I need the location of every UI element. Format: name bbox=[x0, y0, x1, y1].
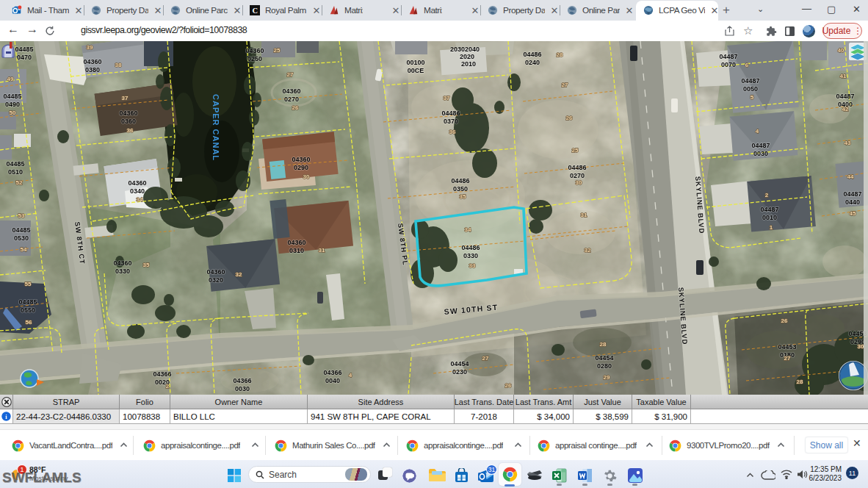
svg-text:5: 5 bbox=[751, 94, 754, 101]
svg-text:28: 28 bbox=[557, 51, 563, 58]
svg-text:044850490: 044850490 bbox=[3, 93, 21, 108]
svg-text:4: 4 bbox=[349, 372, 352, 378]
svg-text:30: 30 bbox=[303, 173, 310, 180]
svg-text:044870010: 044870010 bbox=[760, 206, 778, 221]
svg-text:044860370: 044860370 bbox=[441, 110, 460, 125]
svg-text:37: 37 bbox=[444, 95, 450, 101]
svg-text:043600330: 043600330 bbox=[113, 259, 131, 275]
svg-text:044870030: 044870030 bbox=[751, 142, 770, 157]
svg-text:043600310: 043600310 bbox=[287, 239, 305, 254]
svg-text:36: 36 bbox=[449, 129, 456, 135]
svg-text:044860240: 044860240 bbox=[523, 51, 541, 66]
svg-text:55: 55 bbox=[25, 281, 32, 287]
svg-text:36: 36 bbox=[127, 127, 134, 134]
svg-text:26: 26 bbox=[781, 317, 788, 324]
svg-text:044850470: 044850470 bbox=[15, 46, 33, 61]
svg-text:42: 42 bbox=[842, 106, 849, 112]
svg-text:40: 40 bbox=[838, 47, 845, 54]
svg-text:044860330: 044860330 bbox=[461, 244, 480, 259]
svg-text:043600290: 043600290 bbox=[292, 156, 310, 171]
svg-text:50: 50 bbox=[10, 110, 16, 116]
svg-text:044850530: 044850530 bbox=[12, 226, 30, 242]
svg-text:043660030: 043660030 bbox=[233, 377, 251, 392]
svg-text:32: 32 bbox=[236, 271, 242, 278]
svg-text:41: 41 bbox=[840, 73, 847, 79]
svg-text:53: 53 bbox=[18, 212, 25, 219]
svg-text:38: 38 bbox=[115, 62, 122, 68]
svg-text:32: 32 bbox=[585, 247, 591, 254]
svg-text:30: 30 bbox=[576, 179, 582, 186]
svg-text:26: 26 bbox=[566, 115, 573, 121]
svg-text:28: 28 bbox=[797, 378, 803, 385]
svg-text:34: 34 bbox=[137, 196, 143, 203]
svg-text:043600340: 043600340 bbox=[128, 179, 146, 195]
svg-text:044540280: 044540280 bbox=[595, 354, 613, 370]
svg-text:044850550: 044850550 bbox=[18, 298, 37, 314]
svg-text:044870070: 044870070 bbox=[719, 53, 737, 68]
svg-text:45: 45 bbox=[850, 210, 856, 217]
svg-text:044860270: 044860270 bbox=[568, 164, 586, 179]
svg-text:35: 35 bbox=[460, 193, 466, 200]
svg-text:2: 2 bbox=[166, 383, 170, 390]
svg-text:0010000CE: 0010000CE bbox=[406, 59, 424, 74]
svg-text:043600320: 043600320 bbox=[206, 268, 225, 284]
svg-text:043600270: 043600270 bbox=[282, 87, 300, 103]
svg-text:35: 35 bbox=[143, 262, 150, 268]
svg-text:49: 49 bbox=[7, 76, 14, 82]
svg-text:39: 39 bbox=[87, 44, 93, 51]
svg-text:27: 27 bbox=[482, 355, 489, 362]
svg-text:44: 44 bbox=[847, 173, 854, 180]
svg-text:26: 26 bbox=[505, 382, 512, 389]
svg-text:044870440: 044870440 bbox=[843, 190, 861, 206]
svg-text:CAPER CANAL: CAPER CANAL bbox=[211, 94, 220, 161]
svg-text:C: C bbox=[252, 7, 257, 15]
svg-text:34: 34 bbox=[465, 226, 471, 233]
svg-text:28: 28 bbox=[600, 341, 607, 348]
svg-text:044850510: 044850510 bbox=[6, 160, 24, 176]
svg-text:29: 29 bbox=[604, 374, 610, 381]
svg-text:27: 27 bbox=[784, 355, 791, 362]
svg-text:043600360: 043600360 bbox=[119, 110, 137, 125]
svg-text:30: 30 bbox=[858, 343, 864, 350]
svg-text:044860350: 044860350 bbox=[451, 177, 469, 193]
svg-text:25: 25 bbox=[572, 147, 579, 154]
svg-text:044870050: 044870050 bbox=[741, 77, 759, 93]
svg-text:044540230: 044540230 bbox=[450, 360, 469, 376]
svg-text:6: 6 bbox=[745, 62, 749, 68]
svg-text:31: 31 bbox=[581, 212, 587, 218]
svg-text:27: 27 bbox=[562, 82, 568, 88]
svg-text:4: 4 bbox=[756, 128, 759, 134]
svg-text:31: 31 bbox=[319, 247, 325, 254]
svg-text:37: 37 bbox=[122, 95, 129, 101]
svg-text:43: 43 bbox=[845, 140, 851, 146]
svg-text:1: 1 bbox=[770, 224, 773, 231]
svg-text:27: 27 bbox=[287, 71, 294, 78]
svg-text:043660040: 043660040 bbox=[323, 369, 341, 384]
svg-text:56: 56 bbox=[26, 319, 32, 326]
svg-text:043600250: 043600250 bbox=[245, 47, 264, 62]
svg-text:2: 2 bbox=[765, 192, 769, 198]
svg-text:043600380: 043600380 bbox=[83, 58, 101, 73]
svg-text:33: 33 bbox=[469, 262, 476, 269]
svg-text:26: 26 bbox=[292, 104, 299, 111]
svg-text:54: 54 bbox=[21, 246, 27, 253]
svg-text:52: 52 bbox=[16, 179, 23, 186]
svg-text:25: 25 bbox=[274, 47, 281, 54]
